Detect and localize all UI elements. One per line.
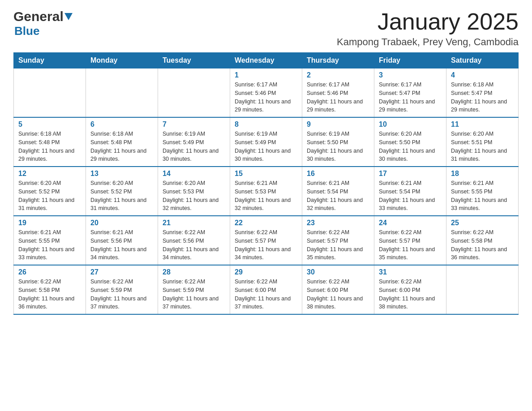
calendar-cell: 1Sunrise: 6:17 AMSunset: 5:46 PMDaylight…: [230, 68, 302, 118]
day-number: 1: [235, 71, 297, 79]
logo-general-text: General: [13, 9, 64, 24]
calendar-cell: 27Sunrise: 6:22 AMSunset: 5:59 PMDayligh…: [86, 265, 158, 314]
calendar-cell: 5Sunrise: 6:18 AMSunset: 5:48 PMDaylight…: [14, 117, 86, 167]
logo: General Blue: [13, 9, 73, 38]
day-info: Sunrise: 6:20 AMSunset: 5:50 PMDaylight:…: [379, 130, 442, 163]
logo-blue-text: Blue: [13, 24, 39, 38]
day-info: Sunrise: 6:17 AMSunset: 5:46 PMDaylight:…: [235, 81, 297, 114]
header-thursday: Thursday: [302, 53, 374, 68]
day-number: 29: [235, 268, 297, 276]
day-info: Sunrise: 6:21 AMSunset: 5:55 PMDaylight:…: [451, 179, 514, 213]
day-number: 14: [163, 170, 225, 178]
day-number: 27: [90, 268, 153, 276]
calendar-cell: 15Sunrise: 6:21 AMSunset: 5:53 PMDayligh…: [230, 167, 302, 216]
calendar-cell: 24Sunrise: 6:22 AMSunset: 5:57 PMDayligh…: [374, 216, 446, 265]
day-number: 18: [451, 170, 514, 178]
calendar-cell: 16Sunrise: 6:21 AMSunset: 5:54 PMDayligh…: [302, 167, 374, 216]
day-number: 12: [18, 170, 81, 178]
page-header: General Blue January 2025 Kampong Trabae…: [13, 9, 519, 48]
day-number: 10: [379, 120, 442, 128]
svg-marker-0: [64, 13, 73, 20]
day-info: Sunrise: 6:19 AMSunset: 5:49 PMDaylight:…: [235, 130, 297, 163]
day-info: Sunrise: 6:22 AMSunset: 5:57 PMDaylight:…: [235, 228, 297, 262]
day-number: 4: [451, 71, 514, 79]
calendar-cell: 14Sunrise: 6:20 AMSunset: 5:53 PMDayligh…: [158, 167, 230, 216]
day-info: Sunrise: 6:21 AMSunset: 5:54 PMDaylight:…: [307, 179, 369, 213]
day-number: 19: [18, 219, 81, 227]
day-number: 7: [163, 120, 225, 128]
day-number: 5: [18, 120, 81, 128]
calendar-week-row: 12Sunrise: 6:20 AMSunset: 5:52 PMDayligh…: [14, 167, 519, 216]
day-info: Sunrise: 6:18 AMSunset: 5:48 PMDaylight:…: [90, 130, 153, 163]
day-info: Sunrise: 6:20 AMSunset: 5:53 PMDaylight:…: [163, 179, 225, 213]
calendar-title: January 2025: [337, 9, 519, 34]
day-number: 21: [163, 219, 225, 227]
calendar-cell: 6Sunrise: 6:18 AMSunset: 5:48 PMDaylight…: [86, 117, 158, 167]
day-number: 8: [235, 120, 297, 128]
calendar-cell: 23Sunrise: 6:22 AMSunset: 5:57 PMDayligh…: [302, 216, 374, 265]
day-info: Sunrise: 6:22 AMSunset: 5:58 PMDaylight:…: [18, 278, 81, 311]
calendar-cell: 7Sunrise: 6:19 AMSunset: 5:49 PMDaylight…: [158, 117, 230, 167]
day-number: 28: [163, 268, 225, 276]
calendar-cell: 13Sunrise: 6:20 AMSunset: 5:52 PMDayligh…: [86, 167, 158, 216]
calendar-cell: [158, 68, 230, 118]
day-number: 3: [379, 71, 442, 79]
calendar-cell: 18Sunrise: 6:21 AMSunset: 5:55 PMDayligh…: [446, 167, 519, 216]
day-number: 25: [451, 219, 514, 227]
logo-triangle-icon: [64, 13, 73, 21]
calendar-cell: 4Sunrise: 6:18 AMSunset: 5:47 PMDaylight…: [446, 68, 519, 118]
calendar-cell: 17Sunrise: 6:21 AMSunset: 5:54 PMDayligh…: [374, 167, 446, 216]
day-number: 31: [379, 268, 442, 276]
calendar-cell: 31Sunrise: 6:22 AMSunset: 6:00 PMDayligh…: [374, 265, 446, 314]
calendar-week-row: 1Sunrise: 6:17 AMSunset: 5:46 PMDaylight…: [14, 68, 519, 118]
calendar-cell: 10Sunrise: 6:20 AMSunset: 5:50 PMDayligh…: [374, 117, 446, 167]
header-saturday: Saturday: [446, 53, 519, 68]
calendar-cell: [14, 68, 86, 118]
calendar-week-row: 19Sunrise: 6:21 AMSunset: 5:55 PMDayligh…: [14, 216, 519, 265]
calendar-cell: 11Sunrise: 6:20 AMSunset: 5:51 PMDayligh…: [446, 117, 519, 167]
calendar-cell: 8Sunrise: 6:19 AMSunset: 5:49 PMDaylight…: [230, 117, 302, 167]
day-info: Sunrise: 6:22 AMSunset: 6:00 PMDaylight:…: [379, 278, 442, 311]
calendar-cell: 30Sunrise: 6:22 AMSunset: 6:00 PMDayligh…: [302, 265, 374, 314]
day-info: Sunrise: 6:22 AMSunset: 6:00 PMDaylight:…: [235, 278, 297, 311]
day-info: Sunrise: 6:18 AMSunset: 5:47 PMDaylight:…: [451, 81, 514, 114]
calendar-cell: 26Sunrise: 6:22 AMSunset: 5:58 PMDayligh…: [14, 265, 86, 314]
calendar-week-row: 26Sunrise: 6:22 AMSunset: 5:58 PMDayligh…: [14, 265, 519, 314]
day-info: Sunrise: 6:22 AMSunset: 5:59 PMDaylight:…: [163, 278, 225, 311]
day-number: 22: [235, 219, 297, 227]
day-info: Sunrise: 6:18 AMSunset: 5:48 PMDaylight:…: [18, 130, 81, 163]
calendar-cell: 29Sunrise: 6:22 AMSunset: 6:00 PMDayligh…: [230, 265, 302, 314]
calendar-cell: 25Sunrise: 6:22 AMSunset: 5:58 PMDayligh…: [446, 216, 519, 265]
calendar-header-row: SundayMondayTuesdayWednesdayThursdayFrid…: [14, 53, 519, 68]
header-friday: Friday: [374, 53, 446, 68]
calendar-cell: 12Sunrise: 6:20 AMSunset: 5:52 PMDayligh…: [14, 167, 86, 216]
day-info: Sunrise: 6:21 AMSunset: 5:55 PMDaylight:…: [18, 228, 81, 262]
day-info: Sunrise: 6:20 AMSunset: 5:51 PMDaylight:…: [451, 130, 514, 163]
calendar-cell: 3Sunrise: 6:17 AMSunset: 5:47 PMDaylight…: [374, 68, 446, 118]
day-number: 11: [451, 120, 514, 128]
calendar-week-row: 5Sunrise: 6:18 AMSunset: 5:48 PMDaylight…: [14, 117, 519, 167]
day-info: Sunrise: 6:19 AMSunset: 5:49 PMDaylight:…: [163, 130, 225, 163]
day-number: 26: [18, 268, 81, 276]
day-info: Sunrise: 6:20 AMSunset: 5:52 PMDaylight:…: [90, 179, 153, 213]
calendar-cell: 2Sunrise: 6:17 AMSunset: 5:46 PMDaylight…: [302, 68, 374, 118]
day-number: 20: [90, 219, 153, 227]
calendar-cell: [446, 265, 519, 314]
calendar-cell: 20Sunrise: 6:21 AMSunset: 5:56 PMDayligh…: [86, 216, 158, 265]
day-info: Sunrise: 6:22 AMSunset: 5:59 PMDaylight:…: [90, 278, 153, 311]
header-monday: Monday: [86, 53, 158, 68]
header-wednesday: Wednesday: [230, 53, 302, 68]
day-info: Sunrise: 6:21 AMSunset: 5:56 PMDaylight:…: [90, 228, 153, 262]
title-section: January 2025 Kampong Trabaek, Prey Veng,…: [337, 9, 519, 48]
calendar-subtitle: Kampong Trabaek, Prey Veng, Cambodia: [337, 36, 519, 48]
day-info: Sunrise: 6:17 AMSunset: 5:46 PMDaylight:…: [307, 81, 369, 114]
day-info: Sunrise: 6:17 AMSunset: 5:47 PMDaylight:…: [379, 81, 442, 114]
day-number: 6: [90, 120, 153, 128]
calendar-cell: 9Sunrise: 6:19 AMSunset: 5:50 PMDaylight…: [302, 117, 374, 167]
day-number: 9: [307, 120, 369, 128]
day-info: Sunrise: 6:21 AMSunset: 5:53 PMDaylight:…: [235, 179, 297, 213]
day-info: Sunrise: 6:22 AMSunset: 5:56 PMDaylight:…: [163, 228, 225, 262]
day-info: Sunrise: 6:22 AMSunset: 5:57 PMDaylight:…: [379, 228, 442, 262]
day-number: 13: [90, 170, 153, 178]
day-info: Sunrise: 6:19 AMSunset: 5:50 PMDaylight:…: [307, 130, 369, 163]
